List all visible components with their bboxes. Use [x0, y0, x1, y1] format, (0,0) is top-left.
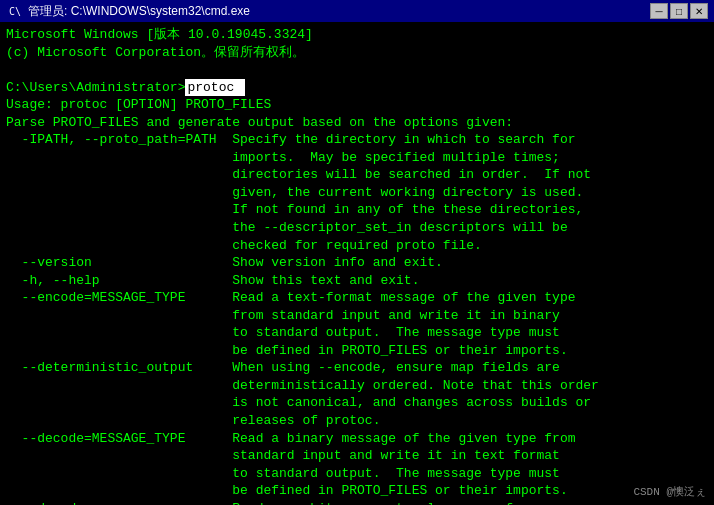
line-12: the --descriptor_set_in descriptors will…	[6, 219, 708, 237]
line-21: deterministically ordered. Note that thi…	[6, 377, 708, 395]
title-bar-buttons: ─ □ ✕	[650, 3, 708, 19]
line-17: from standard input and write it in bina…	[6, 307, 708, 325]
line-15: -h, --help Show this text and exit.	[6, 272, 708, 290]
line-27: be defined in PROTO_FILES or their impor…	[6, 482, 708, 500]
line-6: Parse PROTO_FILES and generate output ba…	[6, 114, 708, 132]
line-10: given, the current working directory is …	[6, 184, 708, 202]
line-25: standard input and write it in text form…	[6, 447, 708, 465]
line-8: imports. May be specified multiple times…	[6, 149, 708, 167]
svg-text:C\: C\	[9, 6, 21, 17]
close-button[interactable]: ✕	[690, 3, 708, 19]
line-7: -IPATH, --proto_path=PATH Specify the di…	[6, 131, 708, 149]
line-16: --encode=MESSAGE_TYPE Read a text-format…	[6, 289, 708, 307]
line-13: checked for required proto file.	[6, 237, 708, 255]
prompt-line: C:\Users\Administrator>protoc	[6, 79, 708, 97]
prompt-prefix: C:\Users\Administrator>	[6, 79, 185, 97]
line-28: --decode_raw Read an arbitrary protocol …	[6, 500, 708, 505]
maximize-button[interactable]: □	[670, 3, 688, 19]
line-9: directories will be searched in order. I…	[6, 166, 708, 184]
line-14: --version Show version info and exit.	[6, 254, 708, 272]
title-bar: C\ 管理员: C:\WINDOWS\system32\cmd.exe ─ □ …	[0, 0, 714, 22]
line-19: be defined in PROTO_FILES or their impor…	[6, 342, 708, 360]
title-bar-icon: C\	[6, 3, 22, 19]
title-bar-label: 管理员: C:\WINDOWS\system32\cmd.exe	[28, 3, 650, 20]
line-26: to standard output. The message type mus…	[6, 465, 708, 483]
line-11: If not found in any of the these directo…	[6, 201, 708, 219]
line-24: --decode=MESSAGE_TYPE Read a binary mess…	[6, 430, 708, 448]
line-5: Usage: protoc [OPTION] PROTO_FILES	[6, 96, 708, 114]
line-18: to standard output. The message type mus…	[6, 324, 708, 342]
watermark: CSDN @懊泛ぇ	[633, 484, 706, 499]
line-2: (c) Microsoft Corporation。保留所有权利。	[6, 44, 708, 62]
minimize-button[interactable]: ─	[650, 3, 668, 19]
line-20: --deterministic_output When using --enco…	[6, 359, 708, 377]
command-input[interactable]: protoc	[185, 79, 245, 97]
line-22: is not canonical, and changes across bui…	[6, 394, 708, 412]
line-1: Microsoft Windows [版本 10.0.19045.3324]	[6, 26, 708, 44]
console-output: Microsoft Windows [版本 10.0.19045.3324] (…	[0, 22, 714, 505]
line-23: releases of protoc.	[6, 412, 708, 430]
line-3	[6, 61, 708, 79]
